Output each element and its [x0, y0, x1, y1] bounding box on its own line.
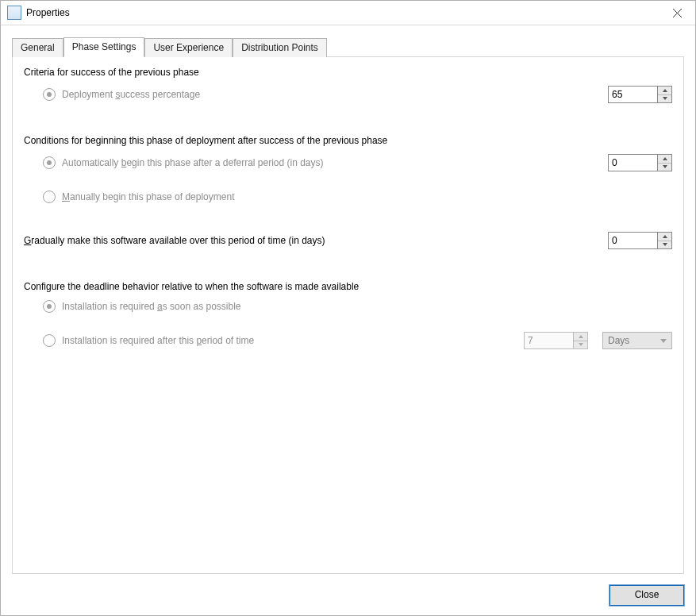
gradual-days-input[interactable]: [608, 232, 657, 249]
radio-after-period-label: Installation is required after this peri…: [62, 335, 254, 346]
radio-asap[interactable]: [43, 300, 56, 313]
radio-manual-begin[interactable]: [43, 191, 56, 203]
gradual-label: Gradually make this software available o…: [24, 235, 325, 246]
radio-auto-begin-label: Automatically begin this phase after a d…: [62, 157, 324, 168]
spinner-down-icon: [574, 341, 587, 349]
window-title: Properties: [26, 7, 659, 18]
radio-success-percentage-label: Deployment success percentage: [62, 89, 200, 100]
gradual-days-spinner[interactable]: [608, 232, 672, 249]
radio-success-percentage[interactable]: [43, 88, 56, 101]
tab-panel: Criteria for success of the previous pha…: [12, 56, 684, 574]
tab-user-experience[interactable]: User Experience: [144, 38, 233, 57]
radio-asap-label: Installation is required as soon as poss…: [62, 301, 241, 312]
radio-manual-begin-label: Manually begin this phase of deployment: [62, 191, 234, 202]
spinner-up-icon[interactable]: [658, 155, 671, 163]
spinner-up-icon: [574, 333, 587, 341]
close-button[interactable]: Close: [609, 585, 684, 606]
conditions-label: Conditions for beginning this phase of d…: [24, 135, 672, 146]
spinner-up-icon[interactable]: [658, 233, 671, 241]
tabstrip: General Phase Settings User Experience D…: [12, 37, 684, 57]
deadline-label: Configure the deadline behavior relative…: [24, 281, 672, 292]
deadline-period-input: [524, 332, 573, 349]
deferral-days-input[interactable]: [608, 154, 657, 171]
tab-general[interactable]: General: [12, 38, 63, 57]
app-icon: [7, 6, 21, 20]
deadline-unit-combo: Days: [602, 332, 672, 349]
spinner-up-icon[interactable]: [658, 87, 671, 94]
chevron-down-icon: [660, 339, 667, 343]
spinner-down-icon[interactable]: [658, 163, 671, 171]
radio-auto-begin[interactable]: [43, 156, 56, 169]
deferral-days-spinner[interactable]: [608, 154, 672, 171]
titlebar: Properties: [1, 1, 695, 25]
spinner-down-icon[interactable]: [658, 241, 671, 249]
criteria-label: Criteria for success of the previous pha…: [24, 67, 672, 78]
tab-distribution-points[interactable]: Distribution Points: [233, 38, 327, 57]
close-icon[interactable]: [659, 1, 695, 25]
tab-phase-settings[interactable]: Phase Settings: [63, 37, 145, 57]
properties-dialog: Properties General Phase Settings User E…: [0, 0, 696, 616]
deadline-period-spinner: [524, 332, 588, 349]
success-percentage-input[interactable]: [608, 86, 657, 103]
radio-after-period[interactable]: [43, 334, 56, 347]
success-percentage-spinner[interactable]: [608, 86, 672, 103]
spinner-down-icon[interactable]: [658, 94, 671, 103]
